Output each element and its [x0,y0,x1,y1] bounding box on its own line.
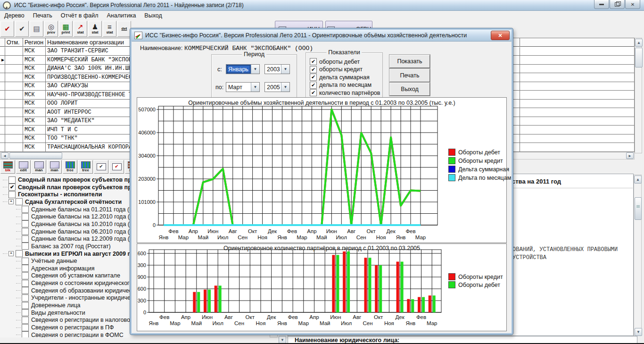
indicator-checkbox[interactable]: ✔ [310,82,317,89]
header-col-region[interactable]: Регион [23,38,46,47]
print-button[interactable]: ▦print [59,21,73,37]
tree-checkbox[interactable] [22,213,29,220]
print-button[interactable]: Печать [389,69,430,82]
check-off-button[interactable]: ✔ [109,160,124,174]
tree-item-19[interactable]: Виды деятельности [16,309,85,317]
show-button[interactable]: Показать [389,55,430,68]
tree-checkbox[interactable] [22,294,29,302]
tree-item-15[interactable]: Сведения о состоянии юридического лица [16,279,148,287]
rp-scroll-thumb[interactable] [635,197,642,220]
tree-checkbox[interactable] [22,235,29,243]
menu-item-2[interactable]: Печать [29,12,57,19]
menu-item-3[interactable]: Отчёт в файл [57,12,103,19]
tree-item-1[interactable]: Сводный план проверок субъектов предп [3,176,142,184]
tree-checkbox[interactable] [22,302,29,309]
from-year-select[interactable]: 2003 ▼ [264,64,290,74]
scroll-left-arrow[interactable]: ◄ [1,152,8,159]
tree-item-11[interactable]: +Выписки из ЕГРЮЛ на август 2009 года [3,250,140,258]
tree-item-21[interactable]: Сведения о регистрации в ПФ [16,324,114,331]
tree-checkbox[interactable] [22,287,29,294]
scroll-up-arrow[interactable]: ▲ [635,39,643,47]
restore-button[interactable] [610,0,625,9]
manual-2-button[interactable]: man [47,160,62,174]
indicator-checkbox[interactable]: ✔ [310,66,317,73]
cancel-check-button[interactable]: ✔ [15,21,29,37]
indicator-checkbox[interactable]: ✔ [310,89,317,96]
tree-checkbox[interactable] [22,243,29,250]
stat-people-button[interactable]: ♟stat [88,21,102,37]
expand-icon[interactable]: + [8,251,14,256]
header-row-selector[interactable] [0,38,5,47]
hscroll-thumb[interactable] [9,152,62,159]
tree-checkbox[interactable] [22,220,29,227]
tree-checkbox[interactable] [22,331,29,337]
stat-chart-button[interactable]: ↗stat [74,21,87,37]
indicator-5[interactable]: ✔количество партнёров [310,89,380,96]
manual-1-button[interactable]: man [32,160,46,174]
results-table-vscrollbar[interactable]: ▲ [635,38,642,153]
tree-checkbox[interactable] [22,317,29,324]
detail-button[interactable]: det [117,21,131,37]
tree-item-18[interactable]: Доверенные лица [16,302,81,309]
confirm-check-button[interactable]: ✔ [0,21,14,37]
edit-button[interactable]: edit [16,160,31,174]
tree-checkbox[interactable] [16,250,23,257]
tree-item-3[interactable]: Госконтракты - исполнители [3,191,102,198]
tree-checkbox[interactable] [16,198,23,205]
from-month-select[interactable]: Январь ▼ [226,64,260,74]
tree-item-14[interactable]: Сведения об уставном капитале [16,272,120,279]
tree-checkbox[interactable] [8,176,16,184]
menu-item-1[interactable]: Дерево [0,12,29,19]
block-button[interactable]: blk [0,160,15,174]
tree-checkbox[interactable] [8,191,16,198]
menu-item-5[interactable]: Выход [140,12,166,19]
to-year-select[interactable]: 2005 ▼ [264,82,290,92]
tree-item-12[interactable]: Учётные данные [16,257,77,265]
chevron-down-icon[interactable]: ▼ [281,83,289,92]
tree-item-22[interactable]: Сведения о регистрации в ФОМС [16,331,124,337]
chevron-down-icon[interactable]: ▼ [281,65,289,74]
tree-checkbox[interactable] [22,258,29,265]
to-month-select[interactable]: Март ▼ [226,82,260,92]
stat-sliders-button[interactable]: ≡stat [103,21,116,37]
indicator-2[interactable]: ✔обороты кредит [310,66,363,73]
bottom-left-scroll-arrow[interactable]: ▼ [279,336,286,344]
preview-button[interactable]: ◎prev [44,21,58,37]
tree-checkbox[interactable] [22,324,29,331]
tree-item-13[interactable]: Адресная информация [16,265,94,272]
document-button[interactable]: ▤ [30,21,43,37]
indicator-checkbox[interactable]: ✔ [310,74,317,81]
tree-checkbox[interactable] [22,280,29,287]
indicator-1[interactable]: ✔обороты дебет [310,58,360,65]
rp-scroll-up-arrow[interactable]: ▲ [634,176,642,184]
indicator-checkbox[interactable]: ✔ [310,58,317,65]
exit-button[interactable]: Выход [389,83,430,96]
tree-checkbox[interactable]: ✔ [8,184,16,191]
tree-checkbox[interactable] [22,272,29,279]
header-col-mark[interactable]: Отм. [5,38,23,47]
minimize-button[interactable] [594,0,609,9]
tree-item-4[interactable]: +Сдача бухгалтерской отчётности [3,198,122,206]
tree-checkbox[interactable] [22,265,29,272]
tree-checkbox[interactable] [22,206,29,213]
expand-icon[interactable]: + [8,199,14,204]
tree-checkbox[interactable] [22,309,29,316]
vscroll-thumb[interactable] [635,48,643,67]
dialog-close-button[interactable]: ✕ [491,31,510,40]
tree-item-2[interactable]: ✔Сводный план проверок субъектов предп [3,184,142,191]
tree-2-button[interactable]: tree [78,160,93,174]
rp-scroll-down-arrow[interactable]: ▼ [635,328,642,336]
close-button[interactable]: ✕ [625,0,640,9]
indicator-4[interactable]: ✔дельта по месяцам [310,82,372,89]
header-col-extra[interactable] [520,38,635,47]
scroll-right-arrow[interactable]: ► [626,152,634,159]
tree-1-button[interactable]: tree [63,160,77,174]
dialog-titlebar[interactable]: ИСС "Бизнес-инфо Россия". Версия Profess… [132,30,512,42]
indicator-3[interactable]: ✔дельта суммарная [310,74,370,81]
menu-item-4[interactable]: Аналитика [102,12,140,19]
tree-checkbox[interactable] [22,228,29,235]
chevron-down-icon[interactable]: ▼ [251,65,259,74]
tree-item-10[interactable]: Баланс за 2007 год (Росстат) [16,243,111,250]
check-on-button[interactable]: ✔ [94,160,108,174]
chevron-down-icon[interactable]: ▼ [251,83,259,92]
